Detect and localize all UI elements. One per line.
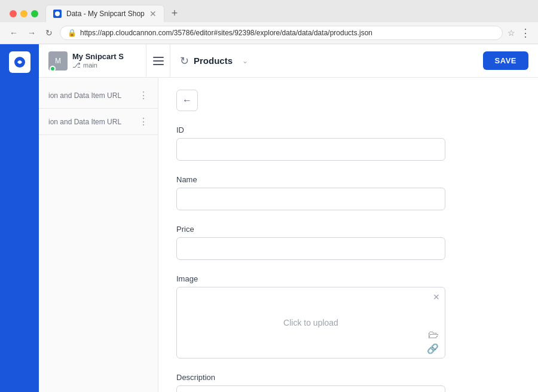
url-text: https://app.cloudcannon.com/35786/editor…	[80, 29, 495, 37]
upload-area[interactable]: ✕ Click to upload 🗁 🔗	[176, 287, 445, 359]
hamburger-menu-button[interactable]	[146, 44, 170, 78]
description-input[interactable]	[176, 385, 445, 392]
breadcrumb-title: Products	[194, 56, 233, 66]
chevron-down-icon: ⌄	[242, 57, 248, 65]
traffic-lights	[5, 10, 43, 17]
upload-text: Click to upload	[283, 318, 338, 327]
bookmark-button[interactable]: ☆	[508, 28, 515, 38]
item-text: ion and Data Item URL	[48, 91, 139, 100]
active-tab[interactable]: Data - My Snipcart Shop ✕	[45, 5, 164, 22]
image-field-group: Image ✕ Click to upload 🗁 🔗	[176, 274, 520, 359]
url-bar[interactable]: 🔒 https://app.cloudcannon.com/35786/edit…	[60, 26, 503, 40]
hamburger-icon	[153, 57, 164, 65]
avatar-initials: M	[55, 57, 61, 65]
id-input[interactable]	[176, 138, 445, 161]
breadcrumb-area: ↻ Products ⌄	[170, 54, 483, 68]
save-button[interactable]: SAVE	[483, 51, 528, 70]
app-container: M My Snipcart S ⎇ main	[0, 44, 538, 392]
price-field-label: Price	[176, 225, 520, 234]
name-field-group: Name	[176, 175, 520, 210]
upload-close-button[interactable]: ✕	[433, 292, 440, 302]
tab-close-button[interactable]: ✕	[149, 9, 157, 19]
app-sidebar	[0, 44, 39, 392]
id-field-group: ID	[176, 125, 520, 161]
new-tab-button[interactable]: +	[167, 5, 183, 22]
maximize-traffic-light[interactable]	[31, 10, 38, 17]
back-button[interactable]: ←	[176, 90, 198, 111]
back-button[interactable]: ←	[7, 27, 20, 39]
image-field-label: Image	[176, 274, 520, 283]
status-dot	[50, 66, 56, 72]
browser-menu-button[interactable]: ⋮	[520, 26, 531, 39]
tab-bar: Data - My Snipcart Shop ✕ +	[0, 0, 538, 22]
back-arrow-icon: ←	[182, 95, 192, 106]
content-wrapper: ion and Data Item URL ⋮ ion and Data Ite…	[39, 78, 538, 392]
browser-chrome: Data - My Snipcart Shop ✕ + ← → ↻ 🔒 http…	[0, 0, 538, 44]
price-input[interactable]	[176, 237, 445, 260]
site-info: M My Snipcart S ⎇ main	[39, 44, 146, 77]
close-traffic-light[interactable]	[10, 10, 17, 17]
item-more-button[interactable]: ⋮	[139, 116, 148, 127]
form-panel: ← ID Name Price	[158, 78, 538, 392]
app-logo[interactable]	[9, 51, 30, 73]
tab-title: Data - My Snipcart Shop	[66, 10, 145, 18]
id-field-label: ID	[176, 125, 520, 134]
item-text: ion and Data Item URL	[48, 118, 139, 126]
site-branch-label: ⎇ main	[72, 61, 124, 69]
forward-button[interactable]: →	[25, 27, 38, 39]
tab-favicon	[53, 10, 62, 18]
folder-icon: 🗁	[428, 329, 439, 341]
name-field-label: Name	[176, 175, 520, 184]
name-input[interactable]	[176, 188, 445, 210]
site-name-label: My Snipcart S	[72, 52, 124, 61]
refresh-button[interactable]: ↻	[43, 27, 55, 39]
toolbar: M My Snipcart S ⎇ main	[39, 44, 538, 78]
breadcrumb-refresh-button[interactable]: ↻	[180, 54, 189, 68]
item-more-button[interactable]: ⋮	[139, 90, 148, 101]
list-item[interactable]: ion and Data Item URL ⋮	[39, 82, 158, 109]
list-item[interactable]: ion and Data Item URL ⋮	[39, 109, 158, 135]
branch-name: main	[83, 62, 97, 69]
price-field-group: Price	[176, 225, 520, 260]
address-bar: ← → ↻ 🔒 https://app.cloudcannon.com/3578…	[0, 22, 538, 44]
branch-icon: ⎇	[72, 61, 81, 69]
description-field-group: Description	[176, 373, 520, 392]
site-avatar: M	[48, 51, 68, 71]
left-panel: ion and Data Item URL ⋮ ion and Data Ite…	[39, 78, 158, 392]
description-field-label: Description	[176, 373, 520, 382]
site-details: My Snipcart S ⎇ main	[72, 52, 124, 69]
lock-icon: 🔒	[68, 29, 77, 37]
minimize-traffic-light[interactable]	[20, 10, 27, 17]
svg-point-0	[55, 11, 60, 16]
main-area: M My Snipcart S ⎇ main	[39, 44, 538, 392]
cloudcannon-logo-icon	[13, 56, 26, 69]
link-icon: 🔗	[427, 343, 439, 354]
